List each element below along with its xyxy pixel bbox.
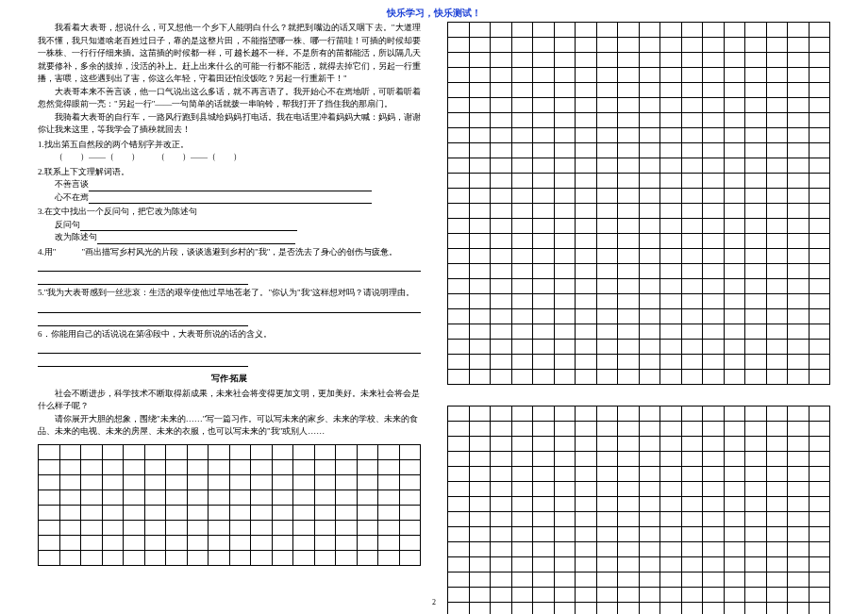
q3-text: 3.在文中找出一个反问句，把它改为陈述句 — [38, 206, 421, 219]
question-4: 4.用" "画出描写乡村风光的片段，谈谈逃避到乡村的"我"，是否洗去了身心的创伤… — [38, 246, 421, 286]
q5-text: 5."我为大表哥感到一丝悲哀：生活的艰辛使他过早地苍老了。"你认为"我"这样想对… — [38, 287, 421, 300]
question-1: 1.找出第五自然段的两个错别字并改正。 （ ）――（ ） （ ）――（ ） — [38, 139, 421, 164]
answer-line — [38, 341, 421, 354]
answer-line — [38, 355, 248, 367]
right-column: 五年级试卷参考答案及评分细则 — [447, 22, 830, 614]
writing-p2: 请你展开大胆的想象，围绕"未来的……"写一篇习作。可以写未来的家乡、未来的学校、… — [38, 413, 421, 439]
page-header: 快乐学习，快乐测试！ — [0, 0, 868, 22]
q4-text: 4.用" "画出描写乡村风光的片段，谈谈逃避到乡村的"我"，是否洗去了身心的创伤… — [38, 246, 421, 259]
answer-line — [38, 273, 248, 285]
writing-grid-right-bottom — [447, 406, 830, 614]
answer-line — [38, 259, 421, 272]
writing-grid-left — [38, 444, 421, 566]
question-2: 2.联系上下文理解词语。 不善言谈 心不在焉 — [38, 166, 421, 205]
question-5: 5."我为大表哥感到一丝悲哀：生活的艰辛使他过早地苍老了。"你认为"我"这样想对… — [38, 287, 421, 326]
q1-text: 1.找出第五自然段的两个错别字并改正。 — [38, 139, 421, 152]
page-number: 2 — [432, 597, 436, 608]
writing-section-title: 写作·拓展 — [38, 373, 421, 386]
q3-line2: 改为陈述句 — [38, 231, 421, 244]
question-6: 6．你能用自己的话说说在第④段中，大表哥所说的话的含义。 — [38, 328, 421, 368]
answer-line — [38, 314, 248, 326]
passage-p2: 大表哥本来不善言谈，他一口气说出这么多话，就不再言语了。我开始心不在焉地听，可听… — [38, 86, 421, 111]
q2-word1: 不善言谈 — [38, 178, 421, 191]
writing-grid-right-top — [447, 22, 830, 385]
passage-p1: 我看着大表哥，想说什么，可又想他一个乡下人能明白什么？就把到嘴边的话又咽下去。"… — [38, 22, 421, 86]
q6-text: 6．你能用自己的话说说在第④段中，大表哥所说的话的含义。 — [38, 328, 421, 341]
passage-p3: 我骑着大表哥的自行车，一路风行跑到县城给妈妈打电话。我在电话里冲着妈妈大喊：妈妈… — [38, 111, 421, 137]
left-column: 我看着大表哥，想说什么，可又想他一个乡下人能明白什么？就把到嘴边的话又咽下去。"… — [38, 22, 421, 614]
writing-p1: 社会不断进步，科学技术不断取得新成果，未来社会将变得更加文明，更加美好。未来社会… — [38, 388, 421, 413]
question-3: 3.在文中找出一个反问句，把它改为陈述句 反问句 改为陈述句 — [38, 206, 421, 244]
q3-line1: 反问句 — [38, 219, 421, 232]
answer-line — [38, 301, 421, 313]
reading-passage: 我看着大表哥，想说什么，可又想他一个乡下人能明白什么？就把到嘴边的话又咽下去。"… — [38, 22, 421, 137]
q2-word2: 心不在焉 — [38, 191, 421, 205]
q2-text: 2.联系上下文理解词语。 — [38, 166, 421, 179]
q1-blanks: （ ）――（ ） （ ）――（ ） — [38, 151, 421, 164]
